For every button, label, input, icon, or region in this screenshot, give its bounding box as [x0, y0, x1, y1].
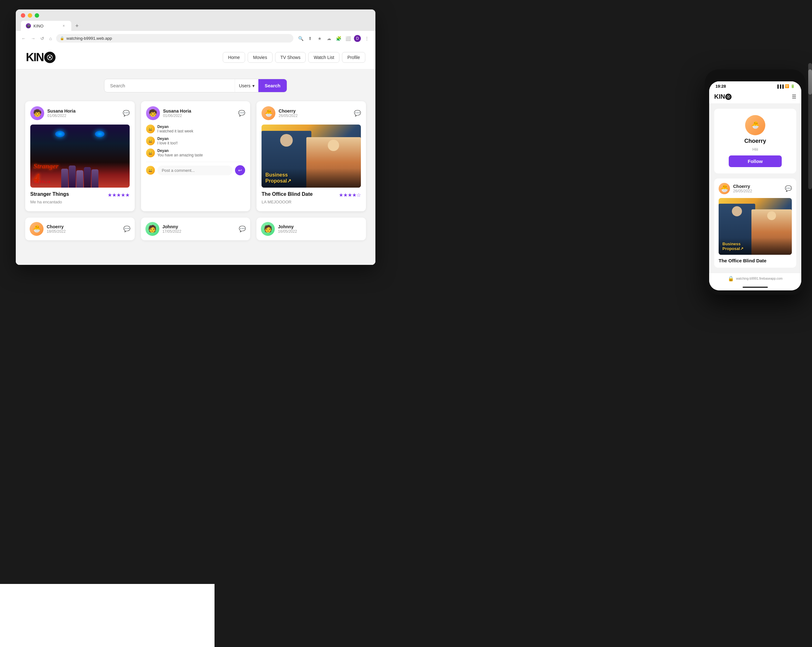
card-date: 18/05/2022	[47, 229, 66, 234]
search-icon[interactable]: 🔍	[297, 35, 304, 42]
url-text: watching-b9991.web.app	[66, 36, 112, 41]
bottom-card-johnny2: 🧑 Johnny 16/05/2022	[256, 218, 366, 240]
phone-post-card: 🐣 Choerry 26/05/2022 💬	[714, 178, 796, 268]
phone-screen: 19:28 ▐▐▐ 🛜 🔋 KIN	[709, 81, 801, 291]
card-username: Johnny	[162, 224, 182, 229]
url-bar[interactable]: 🔒 watching-b9991.web.app	[56, 34, 293, 43]
avatar: 🧒	[146, 106, 160, 120]
card-username: Choerry	[47, 224, 66, 229]
svg-point-9	[730, 95, 730, 96]
more-options-icon[interactable]: ⋮	[363, 35, 370, 42]
message-icon[interactable]: 💬	[238, 110, 245, 117]
search-input[interactable]	[104, 79, 235, 92]
comment-author: Deyan	[157, 137, 178, 141]
nav-tvshows[interactable]: TV Shows	[275, 52, 306, 63]
nav-movies[interactable]: Movies	[248, 52, 272, 63]
phone-time: 19:28	[716, 84, 726, 88]
phone-logo: KIN	[714, 93, 731, 100]
cloud-icon[interactable]: ☁	[325, 35, 333, 42]
scrollbar[interactable]	[808, 63, 812, 189]
follow-button[interactable]: Follow	[729, 155, 782, 167]
svg-point-3	[51, 55, 52, 56]
bottom-card-johnny: 🧑 Johnny 17/05/2022 💬	[141, 218, 250, 240]
home-button[interactable]: ⌂	[49, 35, 52, 42]
scrollbar-thumb[interactable]	[808, 69, 812, 94]
card-date: 17/05/2022	[162, 229, 182, 234]
card-description: LA MEJOOOOR	[261, 199, 361, 204]
message-icon[interactable]: 💬	[124, 225, 130, 232]
app-logo: KIN	[26, 51, 55, 64]
browser-chrome: 🎬 KINO × +	[16, 9, 375, 31]
close-button[interactable]	[21, 13, 25, 18]
phone-profile-avatar: 🐣	[745, 115, 765, 135]
nav-watchlist[interactable]: Watch List	[308, 52, 339, 63]
bottom-cards-row: 🐣 Choerry 18/05/2022 💬 🧑 Johnny 17/05/20…	[25, 218, 366, 240]
svg-point-10	[727, 97, 728, 98]
wifi-icon: 🛜	[785, 84, 789, 88]
nav-home[interactable]: Home	[223, 52, 245, 63]
phone-post-username: Choerry	[733, 184, 752, 189]
send-comment-button[interactable]: ↩	[235, 165, 245, 175]
phone-url-text: watching-b9991.firebaseapp.com	[736, 277, 782, 280]
browser-window: 🎬 KINO × + ← → ↺ ⌂ 🔒 watching-b9991.web.…	[16, 9, 375, 265]
dropdown-label: Users	[239, 83, 250, 88]
share-icon[interactable]: ⬆	[307, 35, 314, 42]
browser-tab-active[interactable]: 🎬 KINO ×	[21, 21, 71, 31]
tab-close-button[interactable]: ×	[61, 23, 66, 28]
white-box-decoration	[0, 584, 215, 647]
phone-signal: ▐▐▐ 🛜 🔋	[776, 84, 795, 88]
bottom-card-choerry: 🐣 Choerry 18/05/2022 💬	[25, 218, 135, 240]
windows-icon[interactable]: ⬜	[345, 35, 351, 42]
home-indicator-area	[709, 284, 801, 291]
phone-logo-text: KIN	[714, 93, 725, 100]
user-profile-button[interactable]: D	[354, 35, 361, 42]
svg-point-1	[49, 56, 51, 58]
maximize-button[interactable]	[35, 13, 39, 18]
phone-post-header: 🐣 Choerry 26/05/2022 💬	[719, 183, 792, 194]
comment-item: 😀 Deyan You have an amazing taste	[146, 149, 246, 157]
commenter-avatar: 😀	[146, 149, 155, 157]
phone-post-show-title: The Office Blind Date	[719, 258, 792, 263]
phone-profile-username: Choerry	[744, 138, 766, 145]
reload-button[interactable]: ↺	[40, 35, 45, 42]
minimize-button[interactable]	[28, 13, 32, 18]
card-header: 🧒 Susana Horia 01/06/2022 💬	[30, 106, 130, 120]
post-image: NETFLIX Stranger4	[30, 125, 130, 187]
hamburger-menu-icon[interactable]: ☰	[792, 94, 796, 100]
svg-point-7	[728, 96, 729, 97]
svg-point-2	[48, 55, 49, 56]
phone-browser-url-bar: 🔒 watching-b9991.firebaseapp.com	[709, 273, 801, 284]
commenter-avatar: 😀	[146, 137, 155, 145]
chevron-down-icon: ▾	[252, 83, 255, 88]
phone-logo-reel	[725, 94, 731, 100]
star-rating: ★★★★★	[108, 192, 130, 198]
home-indicator[interactable]	[743, 286, 768, 288]
back-button[interactable]: ←	[21, 35, 26, 42]
phone-message-icon[interactable]: 💬	[785, 185, 792, 192]
message-icon[interactable]: 💬	[239, 225, 246, 232]
comment-input[interactable]	[157, 166, 233, 175]
phone-notch	[739, 74, 771, 81]
forward-button[interactable]: →	[30, 35, 36, 42]
phone-navbar: KIN ☰	[709, 90, 801, 104]
app-navbar: KIN Home Movies TV Shows Watch List	[16, 46, 375, 69]
post-image: BusinessProposal↗	[261, 125, 361, 187]
post-card-business-proposal: 🐣 Choerry 26/05/2022 💬	[256, 101, 366, 211]
message-icon[interactable]: 💬	[123, 110, 130, 117]
card-date: 01/06/2022	[47, 114, 119, 118]
user-info: Susana Horia 01/06/2022	[163, 108, 235, 118]
phone-post-date: 26/05/2022	[733, 189, 752, 193]
comments-list: 😀 Deyan I watched it last week 😀 Deyan I…	[146, 125, 246, 157]
search-filter-dropdown[interactable]: Users ▾	[235, 79, 258, 92]
message-icon[interactable]: 💬	[354, 110, 361, 117]
app-content: KIN Home Movies TV Shows Watch List	[16, 46, 375, 265]
logo-text: KIN	[26, 51, 44, 64]
new-tab-button[interactable]: +	[73, 21, 81, 30]
extensions-icon[interactable]: 🧩	[335, 35, 342, 42]
bookmark-icon[interactable]: ★	[316, 35, 323, 42]
card-date: 16/05/2022	[278, 229, 297, 234]
card-header: 🐣 Choerry 26/05/2022 💬	[261, 106, 361, 120]
search-button[interactable]: Search	[258, 79, 287, 92]
card-title-row: Stranger Things ★★★★★	[30, 191, 130, 198]
nav-profile[interactable]: Profile	[342, 52, 365, 63]
